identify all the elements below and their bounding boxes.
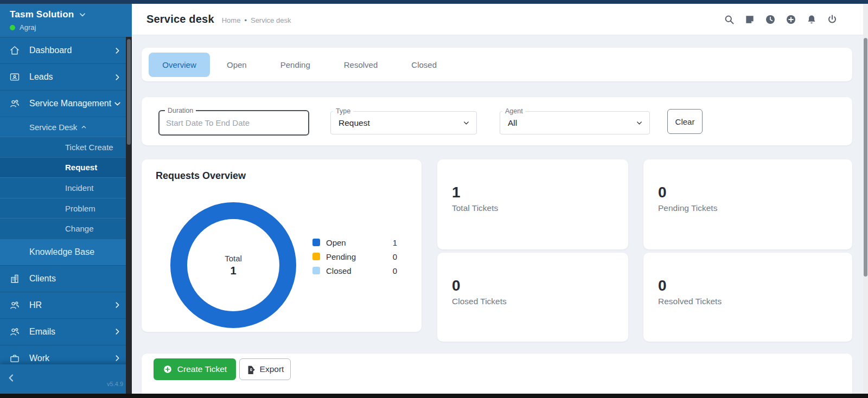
stat-card-total: 1 Total Tickets	[437, 159, 628, 249]
duration-field: Duration	[158, 110, 309, 136]
submenu-item-incident[interactable]: Incident	[0, 177, 132, 198]
type-select[interactable]: Type Request	[330, 111, 477, 134]
submenu-item-problem[interactable]: Problem	[0, 198, 132, 219]
legend-row-closed: Closed 0	[312, 267, 397, 274]
clear-filters-button[interactable]: Clear	[667, 109, 703, 134]
breadcrumb: Home • Service desk	[222, 16, 291, 24]
duration-label: Duration	[165, 106, 196, 115]
chevron-down-icon	[79, 11, 86, 18]
top-chrome-strip	[0, 0, 868, 4]
create-ticket-label: Create Ticket	[177, 364, 227, 374]
donut-center-value: 1	[230, 265, 236, 277]
submenu-item-request[interactable]: Request	[0, 157, 132, 178]
add-icon[interactable]	[786, 14, 796, 25]
sidebar-item-emails[interactable]: Emails	[0, 318, 132, 345]
chevron-down-icon	[463, 119, 470, 126]
legend-value: 0	[393, 266, 397, 275]
main-content: Overview Open Pending Resolved Closed Du…	[132, 35, 868, 394]
agent-select[interactable]: Agent All	[500, 111, 650, 134]
top-bar: Service desk Home • Service desk	[132, 4, 868, 35]
stat-label: Closed Tickets	[452, 297, 628, 306]
notifications-icon[interactable]	[806, 14, 817, 25]
collapse-sidebar-icon[interactable]	[7, 374, 16, 382]
stat-value: 0	[452, 278, 628, 294]
workspace-header[interactable]: Tasm Solution Agraj	[0, 4, 132, 37]
plus-circle-icon	[163, 364, 173, 374]
submenu-item-ticket-create[interactable]: Ticket Create	[0, 137, 132, 157]
legend-swatch-open	[312, 239, 320, 246]
sidebar-scrollbar-thumb[interactable]	[127, 39, 131, 145]
clock-icon[interactable]	[765, 14, 776, 25]
sidebar: Tasm Solution Agraj Dashboard Leads Serv…	[0, 4, 132, 394]
ticket-status-tabs: Overview Open Pending Resolved Closed	[142, 48, 852, 81]
tab-closed[interactable]: Closed	[394, 60, 454, 69]
bottom-chrome-strip	[0, 394, 868, 398]
home-icon	[9, 45, 20, 56]
action-bar: Create Ticket Export	[142, 354, 852, 394]
export-button[interactable]: Export	[239, 358, 291, 380]
sidebar-item-clients[interactable]: Clients	[0, 265, 132, 292]
sidebar-subheader-service-desk[interactable]: Service Desk	[0, 117, 132, 137]
stat-label: Total Tickets	[452, 203, 628, 213]
chevron-right-icon	[114, 74, 121, 81]
people-icon	[9, 300, 20, 311]
legend-swatch-pending	[312, 253, 320, 260]
breadcrumb-current: Service desk	[251, 16, 291, 24]
chart-title: Requests Overview	[156, 170, 246, 182]
stat-card-closed: 0 Closed Tickets	[437, 253, 628, 342]
tab-open[interactable]: Open	[210, 60, 264, 69]
people-icon	[9, 326, 20, 337]
chevron-right-icon	[114, 301, 121, 309]
service-desk-submenu: Ticket Create Request Incident Problem C…	[0, 137, 132, 239]
chevron-right-icon	[114, 355, 121, 362]
stat-label: Resolved Tickets	[658, 297, 852, 306]
sidebar-item-knowledge-base[interactable]: Knowledge Base	[0, 239, 132, 265]
donut-chart: Total 1	[170, 202, 296, 328]
filter-bar: Duration Type Request Agent All Clear	[142, 97, 852, 145]
requests-overview-card: Requests Overview Total 1 Open 1 Pending…	[142, 159, 422, 332]
submenu-item-change[interactable]: Change	[0, 218, 132, 239]
workspace-name: Tasm Solution	[10, 9, 74, 20]
chevron-down-icon	[114, 100, 121, 107]
sidebar-item-label: Knowledge Base	[29, 247, 94, 257]
tab-overview[interactable]: Overview	[149, 53, 210, 77]
export-icon	[246, 365, 256, 374]
breadcrumb-home[interactable]: Home	[222, 16, 241, 24]
submenu-item-label: Incident	[65, 183, 94, 192]
sidebar-item-label: HR	[29, 300, 42, 310]
id-card-icon	[9, 72, 20, 82]
stat-value: 0	[658, 278, 852, 294]
chevron-right-icon	[114, 328, 121, 335]
stat-value: 1	[452, 184, 628, 201]
chevron-down-icon	[636, 119, 643, 126]
stat-value: 0	[658, 184, 852, 201]
submenu-item-label: Ticket Create	[65, 143, 113, 152]
submenu-item-label: Problem	[65, 204, 95, 213]
sidebar-item-leads[interactable]: Leads	[0, 63, 132, 90]
chevron-right-icon	[114, 47, 121, 54]
tab-resolved[interactable]: Resolved	[327, 60, 395, 69]
create-ticket-button[interactable]: Create Ticket	[154, 358, 236, 380]
legend-value: 1	[393, 238, 397, 247]
breadcrumb-separator: •	[244, 16, 247, 24]
sidebar-item-label: Clients	[29, 274, 56, 284]
donut-center-label: Total	[225, 254, 242, 263]
team-icon	[9, 98, 20, 109]
note-icon[interactable]	[744, 14, 755, 25]
power-icon[interactable]	[827, 14, 838, 25]
sidebar-item-label: Service Management	[29, 99, 111, 108]
sidebar-item-dashboard[interactable]: Dashboard	[0, 37, 132, 63]
sidebar-item-label: Emails	[29, 327, 55, 337]
export-label: Export	[260, 364, 284, 374]
online-status-dot	[10, 25, 15, 30]
type-label: Type	[333, 107, 353, 115]
sidebar-item-label: Leads	[29, 72, 53, 82]
legend-value: 0	[393, 252, 397, 261]
tab-pending[interactable]: Pending	[264, 60, 327, 69]
sidebar-item-hr[interactable]: HR	[0, 292, 132, 318]
stat-card-pending: 0 Pending Tickets	[643, 159, 852, 249]
sidebar-item-service-management[interactable]: Service Management	[0, 90, 132, 117]
legend-label: Closed	[326, 266, 352, 275]
page-scrollbar-thumb[interactable]	[864, 38, 867, 277]
search-icon[interactable]	[724, 14, 735, 25]
